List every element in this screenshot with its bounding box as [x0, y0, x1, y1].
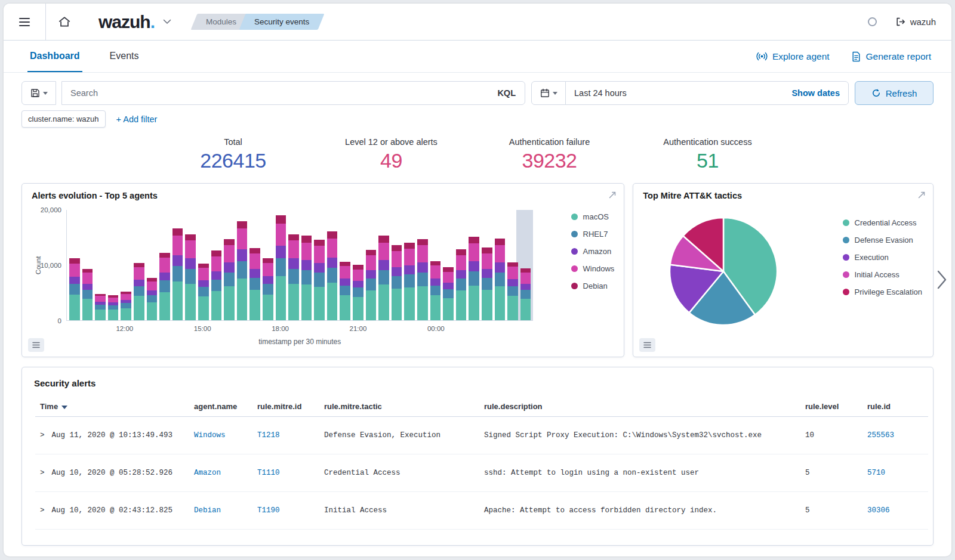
- stacked-bar-33[interactable]: [495, 210, 506, 320]
- cell-link-rule_id[interactable]: 30306: [867, 506, 890, 515]
- wazuh-logo[interactable]: wazuh.: [98, 12, 155, 32]
- legend-item-macos[interactable]: macOS: [571, 212, 615, 221]
- bar-segment-rhel7: [198, 287, 209, 297]
- filter-pill-cluster-name[interactable]: cluster.name: wazuh: [21, 110, 106, 128]
- bar-segment-rhel7: [340, 286, 350, 296]
- stacked-bar-29[interactable]: [443, 210, 454, 320]
- bar-segment-debian: [520, 268, 531, 273]
- explore-agent-button[interactable]: Explore agent: [756, 51, 830, 62]
- tab-dashboard[interactable]: Dashboard: [27, 41, 82, 72]
- legend-item-privilege-escalation[interactable]: Privilege Escalation: [843, 287, 922, 296]
- saved-queries-button[interactable]: [21, 81, 56, 105]
- column-header-rule-level[interactable]: rule.level: [800, 397, 862, 417]
- stacked-bar-15[interactable]: [263, 210, 273, 320]
- legend-item-debian[interactable]: Debian: [571, 281, 615, 290]
- cell-link-rule_id[interactable]: 255563: [867, 431, 894, 440]
- stacked-bar-9[interactable]: [185, 210, 196, 320]
- stacked-bar-4[interactable]: [121, 210, 131, 320]
- stacked-bar-32[interactable]: [482, 210, 492, 320]
- cell-link-mitre_id[interactable]: T1190: [257, 506, 280, 515]
- stacked-bar-22[interactable]: [353, 210, 363, 320]
- sort-desc-icon[interactable]: [61, 406, 67, 409]
- legend-item-execution[interactable]: Execution: [843, 253, 922, 262]
- stacked-bar-7[interactable]: [159, 210, 170, 320]
- column-header-rule-description[interactable]: rule.description: [479, 397, 800, 417]
- refresh-button[interactable]: Refresh: [855, 81, 934, 105]
- generate-report-button[interactable]: Generate report: [851, 51, 931, 62]
- cell-link-mitre_id[interactable]: T1218: [257, 431, 280, 440]
- bar-segment-macos: [121, 308, 131, 320]
- stacked-bar-5[interactable]: [134, 210, 144, 320]
- next-panel-button[interactable]: [936, 270, 948, 292]
- stacked-bar-16[interactable]: [276, 210, 286, 320]
- stacked-bar-24[interactable]: [378, 210, 389, 320]
- legend-item-initial-access[interactable]: Initial Access: [843, 270, 922, 279]
- tab-events[interactable]: Events: [107, 41, 141, 72]
- expand-row-button[interactable]: >: [40, 469, 45, 477]
- stacked-bar-14[interactable]: [249, 210, 260, 320]
- legend-item-defense-evasion[interactable]: Defense Evasion: [843, 236, 922, 245]
- stacked-bar-8[interactable]: [172, 210, 183, 320]
- search-input[interactable]: [61, 81, 525, 105]
- stacked-bar-10[interactable]: [198, 210, 209, 320]
- stacked-bar-27[interactable]: [417, 210, 428, 320]
- stacked-bar-26[interactable]: [404, 210, 415, 320]
- stacked-bar-21[interactable]: [340, 210, 350, 320]
- legend-item-windows[interactable]: Windows: [571, 264, 615, 273]
- column-header-rule-id[interactable]: rule.id: [862, 397, 928, 417]
- quick-ranges-button[interactable]: [531, 81, 566, 105]
- menu-hamburger-button[interactable]: [4, 4, 45, 40]
- stacked-bar-23[interactable]: [366, 210, 377, 320]
- stacked-bar-20[interactable]: [327, 210, 338, 320]
- stacked-bar-0[interactable]: [69, 210, 80, 320]
- stacked-bar-3[interactable]: [108, 210, 119, 320]
- stacked-bar-19[interactable]: [314, 210, 325, 320]
- expand-row-button[interactable]: >: [40, 506, 45, 515]
- stacked-bar-12[interactable]: [224, 210, 235, 320]
- column-header-agent-name[interactable]: agent.name: [189, 397, 252, 417]
- cell-link-agent[interactable]: Windows: [194, 431, 226, 440]
- bar-plot: [66, 210, 533, 321]
- home-button[interactable]: [46, 4, 83, 40]
- bar-segment-rhel7: [237, 261, 248, 279]
- stacked-bar-17[interactable]: [288, 210, 299, 320]
- cell-link-rule_id[interactable]: 5710: [867, 469, 885, 477]
- cell-link-agent[interactable]: Amazon: [194, 469, 221, 477]
- stacked-bar-6[interactable]: [147, 210, 158, 320]
- cell-link-mitre_id[interactable]: T1110: [257, 469, 280, 477]
- stacked-bar-31[interactable]: [469, 210, 479, 320]
- stacked-bar-11[interactable]: [211, 210, 222, 320]
- legend-item-credential-access[interactable]: Credential Access: [843, 218, 922, 227]
- column-header-rule-mitre-id[interactable]: rule.mitre.id: [252, 397, 319, 417]
- stacked-bar-28[interactable]: [430, 210, 441, 320]
- show-dates-button[interactable]: Show dates: [791, 88, 840, 98]
- add-filter-button[interactable]: + Add filter: [116, 115, 158, 124]
- legend-item-rhel7[interactable]: RHEL7: [571, 230, 615, 239]
- kql-switch[interactable]: KQL: [497, 88, 516, 98]
- cell-link-agent[interactable]: Debian: [194, 506, 221, 515]
- stacked-bar-25[interactable]: [392, 210, 402, 320]
- legend-item-amazon[interactable]: Amazon: [571, 247, 615, 256]
- stacked-bar-35[interactable]: [520, 210, 531, 320]
- user-menu-button[interactable]: wazuh: [895, 17, 936, 27]
- stacked-bar-13[interactable]: [237, 210, 248, 320]
- breadcrumb-security-events[interactable]: Security events: [242, 14, 321, 30]
- bar-segment-macos: [95, 310, 106, 321]
- expand-panel-button[interactable]: [608, 191, 617, 202]
- inspect-panel-button[interactable]: [639, 338, 655, 352]
- expand-row-button[interactable]: >: [40, 431, 45, 440]
- stacked-bar-34[interactable]: [507, 210, 518, 320]
- inspect-panel-button[interactable]: [28, 338, 44, 352]
- breadcrumb-label: Security events: [254, 17, 309, 26]
- stacked-bar-1[interactable]: [82, 210, 93, 320]
- stacked-bar-30[interactable]: [456, 210, 467, 320]
- column-header-time[interactable]: Time: [35, 397, 189, 417]
- time-range-value[interactable]: Last 24 hours: [574, 88, 627, 98]
- stacked-bar-18[interactable]: [301, 210, 312, 320]
- app-status-button[interactable]: [864, 14, 881, 30]
- column-header-rule-mitre-tactic[interactable]: rule.mitre.tactic: [319, 397, 479, 417]
- logo-dropdown-button[interactable]: [163, 19, 171, 24]
- expand-panel-button[interactable]: [917, 191, 926, 202]
- stacked-bar-2[interactable]: [95, 210, 106, 320]
- bar-segment-windows: [108, 298, 119, 302]
